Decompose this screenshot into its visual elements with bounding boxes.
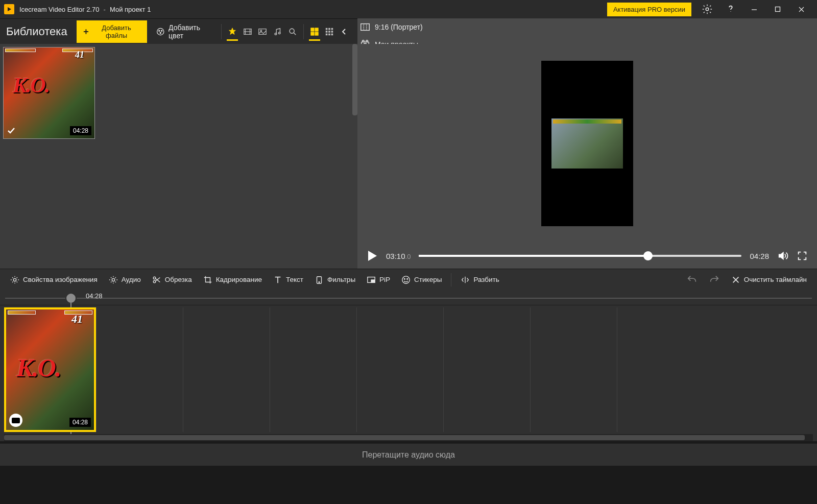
check-icon	[7, 126, 16, 135]
timeline-ruler[interactable]: 04:28	[0, 290, 817, 305]
audio-label: Аудио	[122, 276, 141, 283]
app-name: Icecream Video Editor 2.70	[19, 6, 100, 13]
seek-knob[interactable]	[643, 251, 653, 260]
svg-rect-28	[331, 28, 333, 30]
collapse-library-icon[interactable]	[337, 24, 351, 39]
clear-timeline-button[interactable]: Очистить таймлайн	[727, 273, 811, 286]
filter-image-icon[interactable]	[255, 21, 270, 42]
timeline-empty-slot[interactable]	[270, 307, 356, 432]
timeline-empty-slot[interactable]	[356, 307, 443, 432]
timeline-empty-slot[interactable]	[183, 307, 270, 432]
view-grid-large-icon[interactable]	[307, 21, 322, 42]
filters-button[interactable]: Фильтры	[310, 273, 359, 286]
pip-button[interactable]: PiP	[363, 273, 394, 286]
timeline-empty-slot[interactable]	[96, 307, 183, 432]
image-properties-button[interactable]: Свойства изображения	[6, 273, 102, 286]
audio-drop-hint: Перетащите аудио сюда	[362, 450, 455, 460]
svg-point-42	[13, 278, 16, 281]
svg-rect-23	[315, 28, 318, 31]
playhead-time: 04:28	[86, 292, 103, 300]
preview-frame	[551, 118, 623, 169]
pip-label: PiP	[379, 276, 390, 283]
play-button[interactable]	[367, 250, 378, 262]
edit-toolbar: Свойства изображения Аудио Обрезка Кадри…	[0, 269, 817, 290]
timeline-clips[interactable]: 41 K.O. 04:28	[0, 305, 817, 434]
image-properties-label: Свойства изображения	[23, 276, 98, 283]
minimize-icon[interactable]	[742, 0, 766, 18]
svg-point-39	[366, 40, 368, 42]
preview-stage	[357, 44, 817, 243]
text-label: Текст	[286, 276, 303, 283]
svg-point-10	[161, 30, 162, 31]
filter-audio-icon[interactable]	[270, 21, 285, 42]
preview-canvas[interactable]	[541, 61, 633, 226]
crop-button[interactable]: Кадрирование	[199, 273, 266, 286]
svg-line-21	[294, 33, 296, 35]
svg-point-56	[407, 278, 408, 279]
svg-point-20	[290, 29, 294, 33]
timeline-empty-slot[interactable]	[530, 307, 617, 432]
add-files-button[interactable]: Добавить файлы	[77, 20, 147, 43]
svg-marker-0	[8, 7, 11, 11]
svg-point-43	[112, 278, 114, 281]
library-item[interactable]: 41 K.O. 04:28	[3, 47, 95, 139]
title-separator: -	[104, 6, 106, 13]
clip-overlay-text: K.O.	[16, 353, 60, 382]
seek-bar[interactable]	[419, 255, 741, 257]
view-grid-small-icon[interactable]	[322, 21, 338, 42]
filter-video-icon[interactable]	[240, 21, 255, 42]
stickers-button[interactable]: Стикеры	[397, 273, 446, 286]
redo-button[interactable]	[705, 272, 724, 287]
svg-rect-36	[364, 24, 367, 31]
timeline-scrollbar[interactable]	[4, 434, 813, 441]
trim-label: Обрезка	[165, 276, 192, 283]
split-label: Разбить	[473, 276, 499, 283]
timeline-empty-slot[interactable]	[617, 307, 704, 432]
svg-rect-30	[329, 31, 331, 33]
clear-timeline-label: Очистить таймлайн	[744, 276, 807, 283]
add-color-button[interactable]: Добавить цвет	[151, 20, 219, 43]
timeline-clip[interactable]: 41 K.O. 04:28	[4, 307, 96, 432]
thumb-hud-number: 41	[75, 50, 84, 60]
svg-point-51	[319, 281, 320, 282]
timeline: 04:28 41 K.O. 04:28	[0, 290, 817, 441]
split-button[interactable]: Разбить	[456, 273, 503, 286]
settings-icon[interactable]	[695, 0, 719, 18]
library-heading: Библиотека	[6, 25, 67, 38]
timeline-empty-slot[interactable]	[443, 307, 530, 432]
svg-point-19	[278, 32, 280, 34]
fullscreen-icon[interactable]	[797, 250, 808, 261]
audio-button[interactable]: Аудио	[105, 273, 145, 286]
svg-point-17	[260, 30, 262, 31]
aspect-ratio-button[interactable]: 9:16 (Портрет)	[357, 18, 817, 36]
volume-icon[interactable]	[777, 250, 788, 261]
playhead-marker[interactable]	[65, 293, 77, 304]
trim-button[interactable]: Обрезка	[148, 273, 196, 286]
search-icon[interactable]	[285, 21, 301, 42]
preview-top-toolbar: 9:16 (Портрет) Мои проекты Экспортироват…	[357, 18, 817, 44]
filter-all-icon[interactable]	[225, 21, 240, 42]
undo-button[interactable]	[682, 272, 702, 287]
svg-rect-34	[331, 33, 333, 35]
audio-drop-zone[interactable]: Перетащите аудио сюда	[0, 443, 817, 466]
svg-rect-35	[361, 24, 370, 31]
maximize-icon[interactable]	[766, 0, 789, 18]
text-button[interactable]: Текст	[269, 273, 307, 286]
help-icon[interactable]	[719, 0, 742, 18]
activate-pro-button[interactable]: Активация PRO версии	[607, 3, 691, 16]
svg-rect-22	[311, 28, 314, 31]
svg-point-9	[158, 30, 159, 31]
library-toolbar: Библиотека Добавить файлы Добавить цвет	[0, 18, 357, 44]
svg-point-38	[363, 40, 365, 42]
titlebar: Icecream Video Editor 2.70 - Мой проект …	[0, 0, 817, 18]
svg-rect-31	[331, 31, 333, 33]
total-time: 04:28	[750, 252, 769, 260]
app-icon	[4, 4, 14, 14]
add-color-label: Добавить цвет	[169, 23, 213, 40]
svg-rect-29	[326, 31, 328, 33]
thumb-overlay-text: K.O.	[13, 73, 49, 98]
svg-point-11	[160, 32, 161, 33]
close-icon[interactable]	[789, 0, 813, 18]
svg-rect-3	[776, 7, 780, 12]
library-panel[interactable]: 41 K.O. 04:28	[0, 44, 357, 269]
